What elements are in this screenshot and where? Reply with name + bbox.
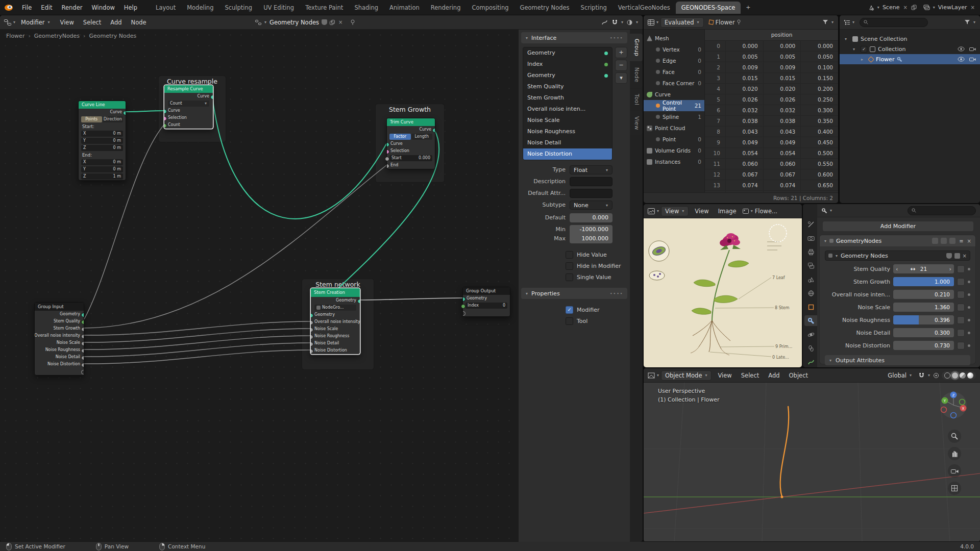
filter-funnel-icon[interactable] xyxy=(821,19,829,25)
tab-modifiers[interactable] xyxy=(804,315,817,326)
count-mode-dropdown[interactable]: Count▾ xyxy=(168,101,209,107)
input-socket[interactable] xyxy=(387,164,389,168)
copy-icon[interactable] xyxy=(954,253,960,259)
sidebar-tab[interactable]: View xyxy=(630,111,643,135)
interface-socket-item[interactable]: Geometry xyxy=(523,70,612,81)
node-input-row[interactable]: Geometry xyxy=(311,311,360,318)
spreadsheet-row[interactable]: 80.0430.0430.400 xyxy=(705,127,838,137)
value-slider[interactable]: 1.000 xyxy=(893,277,954,286)
outliner-search-input[interactable] xyxy=(860,18,928,27)
zoom-tool-icon[interactable] xyxy=(948,430,961,443)
editor-type-icon[interactable] xyxy=(648,372,655,379)
menu-item[interactable]: Add xyxy=(106,17,126,28)
interface-socket-item[interactable]: Noise Detail xyxy=(523,137,612,148)
spreadsheet-row[interactable]: 20.0090.0090.100 xyxy=(705,62,838,73)
workspace-tab[interactable]: Layout xyxy=(150,2,181,14)
shading-rendered-icon[interactable] xyxy=(967,372,973,379)
checkbox-row[interactable]: Tool xyxy=(523,315,625,327)
workspace-tab[interactable]: Modeling xyxy=(181,2,219,14)
tab-render[interactable] xyxy=(804,233,817,244)
tab-constraints[interactable] xyxy=(804,343,817,354)
menu-item[interactable]: Render xyxy=(57,3,87,13)
snap-magnet-icon[interactable] xyxy=(917,372,926,379)
node-output-row[interactable]: Overall noise intensity xyxy=(35,332,84,339)
menu-item[interactable]: View xyxy=(56,17,79,28)
interface-socket-item[interactable]: Overall noise inten... xyxy=(523,104,612,115)
node-input-row[interactable]: End xyxy=(387,162,435,169)
mode-dropdown[interactable]: Object Mode▾ xyxy=(661,370,712,381)
description-input[interactable] xyxy=(570,177,612,186)
node-input-row[interactable]: Selection xyxy=(387,147,435,155)
image-mode-dropdown[interactable]: View▾ xyxy=(661,206,689,216)
spreadsheet-row[interactable]: 70.0380.0380.350 xyxy=(705,116,838,127)
spreadsheet-row[interactable]: 100.0540.0540.500 xyxy=(705,148,838,159)
fake-user-icon[interactable] xyxy=(322,19,327,25)
animate-decorator-icon[interactable] xyxy=(968,319,970,321)
spreadsheet-domain-row[interactable]: Edge0 xyxy=(644,55,704,66)
shading-wireframe-icon[interactable] xyxy=(944,372,950,379)
node-canvas[interactable]: Flower› GeometryNodes› Geometry Nodes Cu… xyxy=(0,30,519,542)
spreadsheet-row[interactable]: 130.0740.0740.650 xyxy=(705,180,838,191)
animate-decorator-icon[interactable] xyxy=(968,293,970,296)
add-modifier-button[interactable]: Add Modifier xyxy=(822,221,974,232)
input-attribute-toggle-icon[interactable] xyxy=(957,342,965,349)
workspace-tab[interactable]: Rendering xyxy=(425,2,467,14)
parent-link-icon[interactable] xyxy=(600,19,609,26)
interface-socket-item[interactable]: Noise Roughness xyxy=(523,126,612,137)
proportional-editing-icon[interactable] xyxy=(932,372,940,379)
virtual-socket[interactable] xyxy=(463,311,465,316)
node-input-row[interactable]: Geometry xyxy=(463,295,510,302)
disable-render-camera-icon[interactable] xyxy=(969,57,976,62)
workspace-tab[interactable]: Texture Paint xyxy=(300,2,349,14)
tab-object[interactable] xyxy=(804,302,817,312)
column-header[interactable]: position xyxy=(725,30,838,40)
output-socket[interactable] xyxy=(81,327,84,332)
enum-button[interactable]: Factor xyxy=(389,134,411,140)
animate-decorator-icon[interactable] xyxy=(968,306,970,309)
scene-unlink-icon[interactable]: × xyxy=(902,5,908,10)
input-socket[interactable] xyxy=(164,123,167,128)
menu-item[interactable]: Select xyxy=(79,17,106,28)
add-workspace-button[interactable]: + xyxy=(742,3,754,12)
value-slider[interactable]: 1.360 xyxy=(893,303,954,312)
checkbox[interactable] xyxy=(566,273,573,281)
checkbox[interactable] xyxy=(566,317,573,325)
outliner-row-scene-collection[interactable]: ▾ Scene Collection xyxy=(840,34,980,44)
animate-decorator-icon[interactable] xyxy=(968,344,970,347)
input-socket[interactable] xyxy=(311,335,313,339)
interface-socket-item[interactable]: Stem Quality xyxy=(523,81,612,92)
node-input-row[interactable]: Curve xyxy=(387,140,435,147)
spreadsheet-domain-row[interactable]: Instances0 xyxy=(644,156,704,167)
node-group-selector-field[interactable]: ▾ Geometry Nodes × xyxy=(825,251,970,261)
editor-type-icon[interactable] xyxy=(648,19,654,26)
checkbox-row[interactable]: Hide in Modifier xyxy=(523,260,625,271)
node-trim-curve[interactable]: Trim Curve Curve FactorLength CurveSelec… xyxy=(386,118,435,169)
node-output-row[interactable]: Noise Scale xyxy=(35,339,84,346)
spreadsheet-row[interactable]: 40.0200.0200.200 xyxy=(705,84,838,94)
node-header[interactable]: Group Output xyxy=(463,287,510,295)
spreadsheet-domain-row[interactable]: Point Cloud xyxy=(644,122,704,134)
tab-physics[interactable] xyxy=(804,329,817,340)
node-input-row[interactable]: Noise Distortion xyxy=(311,347,360,354)
node-output-row[interactable]: Noise Distortion xyxy=(35,361,84,368)
spreadsheet-row[interactable]: 90.0490.0490.450 xyxy=(705,137,838,148)
node-tree-type-dropdown[interactable]: Modifier▾ xyxy=(17,18,54,27)
sidebar-tab[interactable]: Group xyxy=(630,34,643,61)
value-slider[interactable]: 0.396 xyxy=(893,315,954,324)
interface-panel-header[interactable]: ▾Interface ∙∙∙∙ xyxy=(521,32,627,43)
vector-component-field[interactable]: X0 m xyxy=(79,130,126,137)
start-value-field[interactable]: Start0.000 xyxy=(387,155,435,162)
socket-geometry-output[interactable] xyxy=(357,299,360,304)
workspace-tab[interactable]: Compositing xyxy=(466,2,514,14)
column-header-row[interactable]: position xyxy=(705,30,838,41)
expand-icon[interactable]: ▾ xyxy=(824,239,826,243)
node-input-row[interactable]: Selection xyxy=(164,114,213,121)
input-socket[interactable] xyxy=(311,320,313,325)
output-socket[interactable] xyxy=(81,334,84,339)
edit-mode-display-toggle-icon[interactable] xyxy=(932,238,938,244)
drag-handle-icon[interactable]: ∙∙∙∙ xyxy=(609,35,623,40)
input-socket[interactable] xyxy=(387,142,389,147)
menu-item[interactable]: Add xyxy=(764,370,784,381)
node-header[interactable]: Group Input xyxy=(35,303,84,311)
remove-modifier-icon[interactable]: × xyxy=(967,238,971,244)
